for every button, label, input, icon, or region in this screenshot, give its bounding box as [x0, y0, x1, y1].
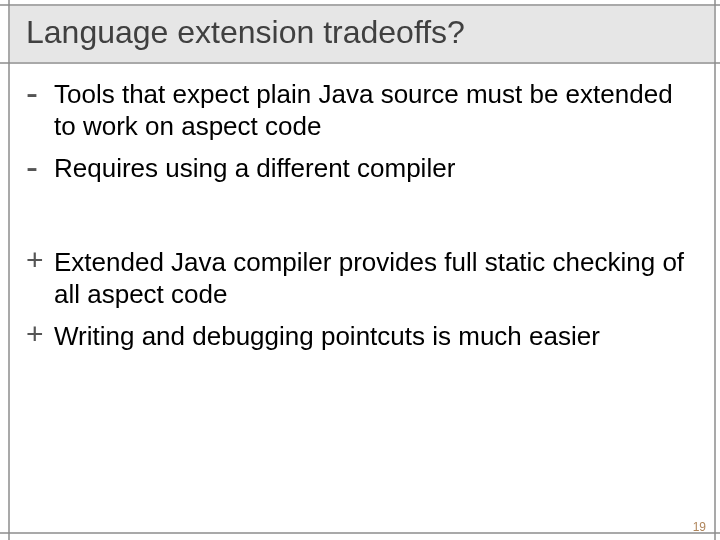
plus-icon: + — [26, 320, 54, 348]
rule-horizontal-bottom — [0, 532, 720, 534]
plus-icon: + — [26, 246, 54, 274]
list-item: + Writing and debugging pointcuts is muc… — [26, 320, 694, 352]
list-item: - Tools that expect plain Java source mu… — [26, 78, 694, 142]
spacer — [26, 194, 694, 246]
list-item: - Requires using a different compiler — [26, 152, 694, 184]
slide-title: Language extension tradeoffs? — [26, 14, 465, 51]
list-item-text: Writing and debugging pointcuts is much … — [54, 320, 600, 352]
minus-icon: - — [26, 152, 54, 182]
list-item-text: Extended Java compiler provides full sta… — [54, 246, 694, 310]
list-item: + Extended Java compiler provides full s… — [26, 246, 694, 310]
rule-vertical-right — [714, 0, 716, 540]
list-item-text: Tools that expect plain Java source must… — [54, 78, 694, 142]
slide-content: - Tools that expect plain Java source mu… — [26, 78, 694, 362]
slide: Language extension tradeoffs? - Tools th… — [0, 0, 720, 540]
title-band: Language extension tradeoffs? — [10, 6, 714, 62]
rule-vertical-left — [8, 0, 10, 540]
list-item-text: Requires using a different compiler — [54, 152, 455, 184]
minus-icon: - — [26, 78, 54, 108]
rule-horizontal-under-title — [0, 62, 720, 64]
page-number: 19 — [693, 520, 706, 534]
